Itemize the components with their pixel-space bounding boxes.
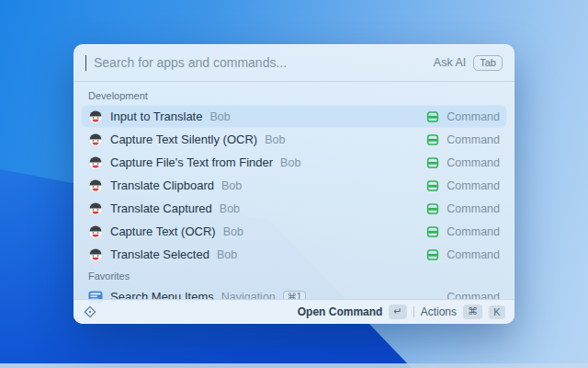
command-green-icon: [426, 248, 439, 261]
item-subtitle: Bob: [223, 225, 243, 238]
section-header-favorites: Favorites: [81, 266, 507, 285]
item-title: Capture File's Text from Finder: [110, 155, 273, 169]
text-caret: [85, 55, 86, 71]
item-title: Capture Text Silently (OCR): [110, 132, 257, 146]
item-title: Translate Selected: [110, 247, 209, 261]
item-type-label: Command: [447, 225, 500, 238]
list-item[interactable]: Translate ClipboardBobCommand: [81, 174, 507, 197]
item-title: Translate Clipboard: [110, 178, 214, 192]
item-type-label: Command: [447, 202, 500, 215]
cmd-keycap: ⌘: [463, 305, 482, 319]
list-item[interactable]: Capture Text Silently (OCR)BobCommand: [81, 128, 507, 151]
item-subtitle: Bob: [220, 202, 240, 215]
open-command-button[interactable]: Open Command: [298, 305, 383, 318]
item-type-label: Command: [447, 156, 500, 169]
command-green-icon: [426, 156, 439, 169]
item-type-label: Command: [447, 110, 500, 123]
item-subtitle: Bob: [280, 156, 300, 169]
command-green-icon: [426, 110, 439, 123]
command-green-icon: [426, 133, 439, 146]
item-title: Capture Text (OCR): [110, 224, 216, 238]
search-input[interactable]: [94, 55, 426, 70]
list-item[interactable]: Capture Text (OCR)BobCommand: [81, 220, 507, 243]
bob-face-icon: [88, 155, 103, 170]
bob-face-icon: [88, 109, 103, 124]
search-bar: Ask AI Tab: [74, 44, 514, 82]
return-keycap: ↵: [389, 305, 406, 319]
item-title: Input to Translate: [110, 109, 202, 123]
tab-keycap: Tab: [473, 55, 503, 71]
bob-face-icon: [88, 224, 103, 239]
section-header-development: Development: [81, 86, 507, 105]
footer-bar: Open Command ↵ Actions ⌘ K: [74, 299, 514, 324]
bob-face-icon: [88, 201, 103, 216]
item-type-label: Command: [447, 179, 500, 192]
item-type-label: Command: [447, 133, 500, 146]
raycast-logo-icon: [83, 305, 97, 319]
list-item[interactable]: Translate CapturedBobCommand: [81, 197, 507, 220]
bob-face-icon: [88, 178, 103, 193]
item-subtitle: Bob: [221, 179, 242, 192]
ask-ai-label[interactable]: Ask AI: [434, 56, 466, 69]
command-green-icon: [426, 202, 439, 215]
footer-divider: [413, 306, 414, 317]
item-subtitle: Bob: [265, 133, 285, 146]
bob-face-icon: [88, 132, 103, 147]
wallpaper-bottom-strip: [0, 363, 588, 368]
command-green-icon: [426, 179, 439, 192]
launcher-window: Ask AI Tab DevelopmentInput to Translate…: [74, 44, 514, 324]
k-keycap: K: [489, 305, 505, 319]
results-list: DevelopmentInput to TranslateBobCommandC…: [74, 82, 514, 324]
bob-face-icon: [88, 247, 103, 262]
actions-button[interactable]: Actions: [421, 305, 457, 318]
item-subtitle: Bob: [209, 110, 230, 123]
item-type-label: Command: [447, 248, 500, 261]
item-title: Translate Captured: [110, 201, 212, 215]
list-item[interactable]: Capture File's Text from FinderBobComman…: [81, 151, 507, 174]
item-subtitle: Bob: [217, 248, 237, 261]
command-green-icon: [426, 225, 439, 238]
list-item[interactable]: Input to TranslateBobCommand: [81, 105, 507, 128]
list-item[interactable]: Translate SelectedBobCommand: [81, 243, 507, 266]
